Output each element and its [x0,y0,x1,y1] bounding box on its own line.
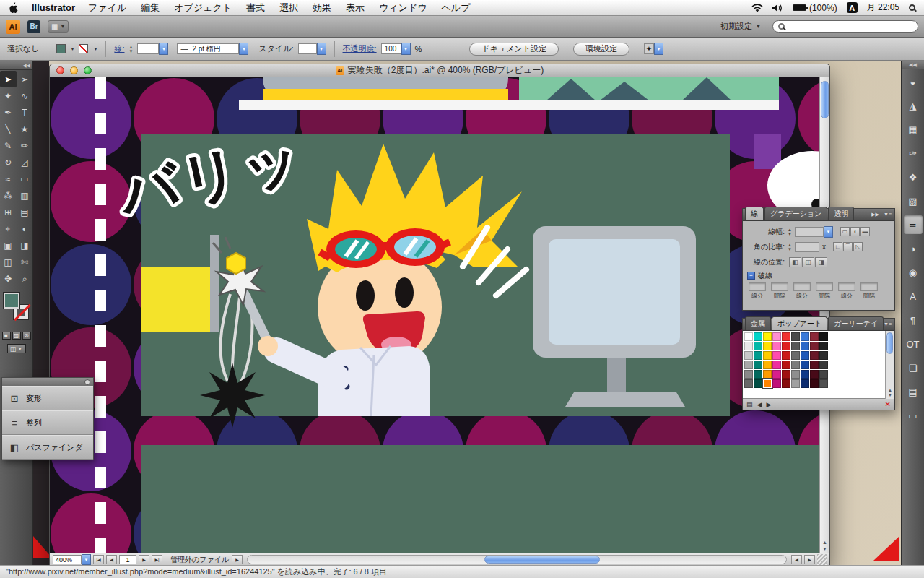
color-swatch[interactable] [782,342,790,350]
appearance-panel-icon[interactable]: ◉ [904,263,923,282]
color-swatch[interactable] [772,379,781,388]
color-swatch[interactable] [744,342,753,350]
swatches-panel-icon[interactable]: ▦ [904,120,923,139]
next-library-button[interactable]: ▶ [766,401,771,408]
opacity-combo[interactable]: 100 ▼ [381,43,411,55]
first-page-button[interactable]: |◀ [93,555,104,564]
screen-mode-button[interactable]: ◫ ▼ [7,344,26,353]
arrange-documents-button[interactable]: ▦ ▼ [48,20,69,33]
cap-button-2[interactable]: ▬ [860,227,870,236]
color-swatch[interactable] [791,370,800,379]
color-swatch[interactable] [744,370,753,379]
menu-item-8[interactable]: ヘルプ [442,1,471,14]
menu-item-3[interactable]: 書式 [246,1,265,14]
color-swatch[interactable] [819,379,828,388]
window-resize-grip[interactable] [817,554,827,565]
stroke-color-swatch[interactable] [79,44,88,53]
color-swatch[interactable] [772,332,781,341]
scroll-down-button[interactable]: ▼ [822,546,827,551]
weight-field[interactable] [795,227,824,237]
color-swatch[interactable] [782,361,790,369]
miter-stepper[interactable]: ▲▼ [788,243,792,251]
hand-tool[interactable]: ✥ [0,270,17,287]
scale-tool[interactable]: ◿ [17,154,33,171]
swatch-scrollbar[interactable]: ▲ ▼ [885,331,894,399]
panel-stack-item-pathfinder[interactable]: ◧パスファインダ [2,435,93,460]
style-combo[interactable]: ▼ [298,43,326,55]
color-swatch[interactable] [801,379,809,388]
spotlight-icon[interactable] [909,4,915,11]
color-swatch[interactable] [772,342,781,350]
opacity-dropdown[interactable]: ▼ [401,43,411,55]
menu-item-4[interactable]: 選択 [279,1,298,14]
color-swatch[interactable] [744,379,753,388]
last-page-button[interactable]: ▶| [152,555,162,564]
swatches-tab-1[interactable]: ポップアート [772,316,827,330]
zoom-field[interactable]: 400% [53,555,82,564]
active-app-menu[interactable]: Illustrator [32,2,75,13]
graph-tool[interactable]: ▥ [17,187,33,204]
style-dropdown[interactable]: ▼ [317,43,326,55]
color-swatch[interactable] [791,342,800,350]
color-swatch[interactable] [744,351,753,360]
color-swatch[interactable] [819,351,828,360]
search-input[interactable] [788,22,904,32]
bridge-button[interactable]: Br [27,20,40,33]
stroke-tab-2[interactable]: 透明 [828,207,854,220]
color-swatch[interactable] [819,361,828,369]
artboard-tool[interactable]: ◫ [0,254,17,270]
color-swatch[interactable] [791,351,800,360]
next-page-button[interactable]: ▶ [139,555,149,564]
vertical-scrollbar[interactable]: ▲ ▼ [819,77,829,553]
panel-menu-icon[interactable]: ▼≡ [884,322,892,327]
color-swatch[interactable] [801,361,809,369]
symbol-sprayer-tool[interactable]: ⁂ [0,187,17,204]
line-tool[interactable]: ╲ [0,121,17,137]
live-paint-selection-tool[interactable]: ◨ [17,237,33,254]
miter-field[interactable] [795,242,819,252]
paintbrush-tool[interactable]: ✎ [0,137,17,154]
direct-selection-tool[interactable]: ➢ [17,71,33,87]
color-swatch[interactable] [810,361,819,369]
dash-field-0[interactable] [749,282,766,291]
scroll-up-button[interactable]: ▲ [822,540,827,545]
stroke-weight-stepper[interactable]: ▲▼ [128,45,133,53]
color-swatch[interactable] [819,332,828,341]
panel-stack-item-align[interactable]: ≡整列 [2,410,93,435]
color-panel-icon[interactable]: ◒ [904,72,923,91]
dashed-line-checkbox[interactable]: − [747,272,755,280]
fill-stroke-control[interactable] [2,291,31,326]
free-transform-tool[interactable]: ▭ [17,171,33,187]
menu-item-2[interactable]: オブジェクト [174,1,232,14]
scroll-left-button[interactable]: ◀ [791,555,802,564]
scroll-right-button[interactable]: ▶ [804,555,815,564]
magic-wand-tool[interactable]: ✦ [0,87,17,104]
stroke-tab-1[interactable]: グラデーション [764,207,827,220]
workspace-switcher[interactable]: 初期設定 ▼ [716,20,765,33]
cap-button-1[interactable]: ◖ [850,227,860,236]
color-swatch[interactable] [763,332,772,341]
dash-field-2[interactable] [793,282,811,291]
menu-item-1[interactable]: 編集 [141,1,160,14]
color-swatch[interactable] [754,379,762,388]
align-stroke-button-2[interactable]: ◨ [815,257,827,267]
color-swatch[interactable] [810,342,819,350]
color-swatch[interactable] [791,379,800,388]
color-swatch[interactable] [772,361,781,369]
panel-stack-titlebar[interactable] [2,378,93,386]
color-swatch[interactable] [754,370,762,379]
zoom-window-button[interactable] [84,66,92,74]
stroke-weight-field[interactable] [137,43,159,54]
color-swatch[interactable] [791,332,800,341]
color-swatch[interactable] [763,361,772,369]
paragraph-panel-icon[interactable]: ¶ [904,311,923,329]
rotate-tool[interactable]: ↻ [0,154,17,171]
vertical-scrollbar-thumb[interactable] [821,81,829,118]
color-guide-panel-icon[interactable]: ◮ [904,96,923,115]
fill-color-swatch[interactable] [56,44,66,53]
menu-clock[interactable]: 月 22:05 [867,1,899,14]
illustrator-logo-icon[interactable]: Ai [6,20,20,34]
menu-item-0[interactable]: ファイル [88,1,126,14]
brush-definition-dropdown[interactable]: ▼ [239,43,248,55]
stroke-weight-combo[interactable]: ▼ [137,43,168,55]
